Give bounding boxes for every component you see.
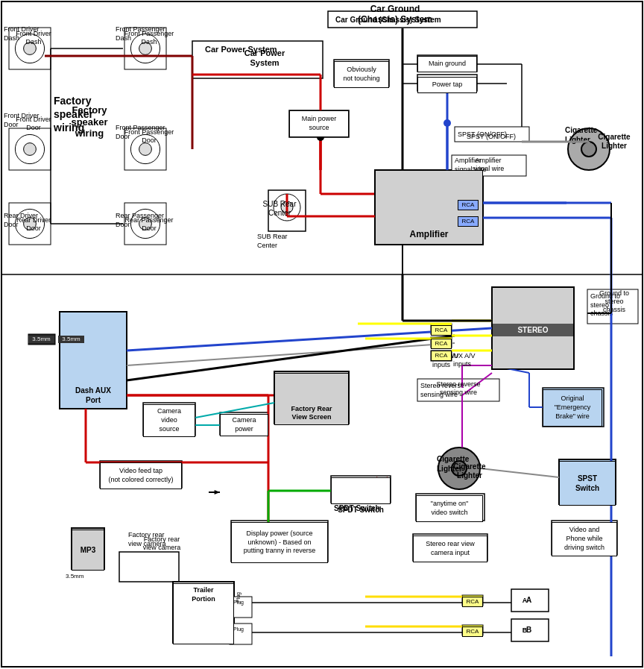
- front-passenger-door-label: Front PassengerDoor: [116, 128, 183, 145]
- mp3-box: MP3: [72, 530, 104, 571]
- plug-a-label: A: [517, 597, 532, 605]
- car-power-label: Car PowerSystem: [224, 48, 306, 68]
- rca-stereo-1: RCA: [431, 325, 452, 336]
- main-ground-box: Main ground: [417, 56, 477, 72]
- rca-stereo-2: RCA: [431, 339, 452, 349]
- factory-rear-cam-label: Factory rearview camera: [128, 535, 195, 552]
- front-driver-door-label: Front DriverDoor: [4, 116, 63, 132]
- spst-switch-box: SPSTSwitch: [559, 461, 616, 506]
- stereo-reverse-label: Stereo reversesensing wire: [421, 380, 496, 397]
- power-tap-box: Power tap: [417, 77, 477, 93]
- ground-stereo-label: Ground tostereochassis: [589, 289, 640, 313]
- spdt-switch-box: [331, 477, 391, 504]
- stereo-box: STEREO: [492, 287, 574, 369]
- dash-aux-box: Dash AUXPort: [60, 312, 127, 409]
- rear-passenger-door-label: Rear PassengerDoor: [116, 216, 183, 233]
- front-driver-dash-label: Front DriverDash: [4, 30, 63, 46]
- rear-driver-door-label: Rear DriverDoor: [4, 216, 63, 233]
- spst-label: SPST (ON/OFF): [458, 133, 525, 141]
- spdt-switch-label: SPDT Switch: [331, 506, 391, 515]
- 3.5mm-left: 3.5mm: [28, 336, 54, 343]
- video-phone-box: Video andPhone whiledriving switch: [552, 522, 617, 556]
- factory-rear-screen-box: Factory RearView Screen: [274, 373, 349, 425]
- display-power-box: Display power (sourceunknown) - Based on…: [231, 522, 328, 563]
- obviously-not-box: Obviouslynot touching: [334, 61, 389, 88]
- rca1-box: RCA: [458, 200, 479, 210]
- 3.5mm-right: 3.5mm: [58, 336, 84, 343]
- cigarette-lighter-top-label: CigaretteLighter: [589, 133, 640, 151]
- emergency-brake-box: Original"EmergencyBrake" wire: [543, 389, 602, 427]
- main-power-box: Main powersource: [289, 110, 349, 137]
- sub-rear-label: SUB RearCenter: [253, 200, 306, 218]
- trailer-portion-box: TrailerPortion: [173, 583, 234, 644]
- cigarette-lighter-bottom-label: CigaretteLighter: [440, 462, 499, 480]
- car-ground-label: Car Ground(Chassis) System: [343, 4, 447, 25]
- camera-video-box: Cameravideosource: [143, 404, 195, 437]
- video-feed-box: Video feed tap(not colored correctly): [100, 462, 182, 489]
- plug-b-label: B: [517, 626, 532, 635]
- anytime-on-box: "anytime on"video switch: [416, 495, 483, 522]
- rca2-box: RCA: [458, 216, 479, 227]
- front-passenger-dash-label: Front PassengerDash: [116, 30, 183, 46]
- rca-stereo-3: RCA: [431, 351, 452, 361]
- camera-power-box: Camerapower: [220, 414, 268, 436]
- rca-b-box: RCA: [462, 626, 483, 637]
- stereo-rear-cam-box: Stereo rear viewcamera input: [413, 535, 487, 562]
- rca-a-box: RCA: [462, 597, 483, 607]
